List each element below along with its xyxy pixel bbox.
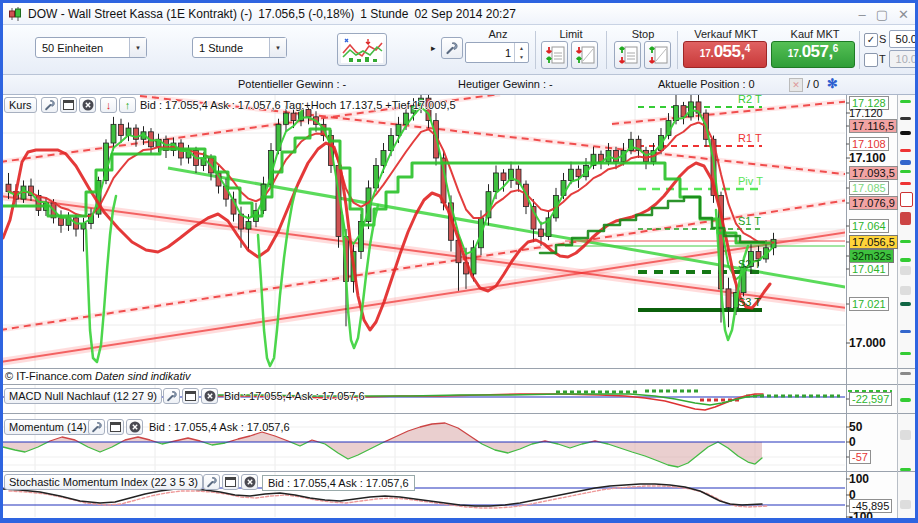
- maximize-button[interactable]: ▢: [876, 8, 888, 21]
- chevron-down-icon: ▼: [129, 38, 146, 57]
- wrench-icon: [44, 99, 56, 111]
- pivot-line-label: S3 T: [738, 296, 761, 308]
- pivot-line-label: S1 T: [738, 215, 761, 227]
- close-icon: [82, 99, 94, 111]
- overview-strip-mark: [900, 468, 911, 471]
- overview-strip-mark: [900, 212, 911, 225]
- stop-loss-value-stepper[interactable]: 50.0 ▲ ▼: [889, 30, 918, 48]
- momentum-detach-button[interactable]: [107, 419, 124, 435]
- window-icon: [63, 100, 74, 110]
- limit-buy-order-icon: [545, 45, 565, 65]
- price-pane-settings-button[interactable]: [41, 97, 58, 113]
- stoch-pane-title-chip[interactable]: Stochastic Momentum Index (22 3 5 3): [4, 474, 203, 490]
- stop-loss-checkbox[interactable]: ✓: [864, 33, 878, 47]
- overview-strip-mark: [900, 131, 911, 135]
- limit-sell-order-icon: [575, 45, 595, 65]
- buy-arrow-button[interactable]: ↑: [119, 97, 136, 113]
- minimize-button[interactable]: –: [859, 8, 866, 21]
- spin-up-icon[interactable]: ▲: [515, 43, 528, 53]
- macd-quote: Bid : 17.055,4 Ask : 17.057,6: [224, 390, 365, 402]
- overview-strip-mark: [900, 240, 911, 243]
- account-info-bar: Potentieller Gewinn : - Heutiger Gewinn …: [3, 75, 915, 95]
- window-title: DOW - Wall Street Kassa (1E Kontrakt) (-…: [28, 7, 252, 21]
- macd-detach-button[interactable]: [182, 388, 199, 404]
- window-border-bottom: [0, 518, 918, 523]
- macd-close-button[interactable]: [201, 388, 218, 404]
- wrench-icon: [445, 41, 459, 55]
- toolbar-separator: [677, 31, 678, 69]
- stop-sell-order-button[interactable]: [644, 41, 671, 69]
- units-dropdown[interactable]: 50 Einheiten ▼: [35, 37, 147, 58]
- price-axis-label: 17.000: [849, 336, 886, 350]
- overview-strip-mark: [900, 149, 911, 152]
- momentum-pane-title-chip[interactable]: Momentum (14): [4, 419, 92, 435]
- spinner-arrows[interactable]: ▲ ▼: [514, 43, 528, 62]
- timeframe-dropdown[interactable]: 1 Stunde ▼: [192, 37, 287, 58]
- price-pane-quote: Bid : 17.055,4 Ask : 17.057,6 Tag:+Hoch …: [140, 99, 456, 111]
- stoch-close-button[interactable]: [241, 474, 258, 490]
- momentum-settings-button[interactable]: [88, 419, 105, 435]
- mini-chart-icon: [341, 37, 383, 63]
- close-icon: [204, 390, 216, 402]
- chart-style-button[interactable]: [337, 33, 387, 66]
- stop-buy-order-button[interactable]: [614, 41, 641, 69]
- toolbar-separator: [535, 31, 536, 69]
- window-datetime: 02 Sep 2014 20:27: [414, 7, 515, 21]
- pivot-line-label: Piv T: [738, 175, 763, 187]
- take-profit-value-stepper: 10.0 ▲ ▼: [889, 50, 918, 68]
- settings-wrench-button[interactable]: [441, 37, 463, 59]
- toolbar: 50 Einheiten ▼ 1 Stunde ▼ ▸ A: [3, 25, 915, 75]
- quantity-stepper[interactable]: 1 ▲ ▼: [465, 42, 529, 63]
- momentum-close-button[interactable]: [126, 419, 143, 435]
- price-axis-label: 17.056,5: [849, 235, 898, 249]
- stoch-settings-button[interactable]: [203, 474, 220, 490]
- position-suffix: / 0: [807, 78, 819, 90]
- price-axis-label: 17.093,5: [849, 166, 898, 180]
- stop-sell-order-icon: [648, 45, 668, 65]
- copyright-note: © IT-Finance.com Daten sind indikativ: [5, 370, 190, 382]
- price-axis-label: 17.041: [849, 262, 889, 276]
- window-quote: 17.056,5 (-0,18%): [258, 7, 354, 21]
- spin-down-icon[interactable]: ▼: [515, 53, 528, 63]
- titlebar[interactable]: DOW - Wall Street Kassa (1E Kontrakt) (-…: [3, 3, 915, 25]
- buy-market-button[interactable]: 17.057,6: [771, 41, 855, 68]
- window-icon: [110, 422, 121, 432]
- take-profit-checkbox[interactable]: [864, 53, 878, 67]
- overview-strip-mark: [900, 430, 911, 440]
- chevron-down-icon: ▼: [269, 38, 286, 57]
- sell-arrow-button[interactable]: ↓: [100, 97, 117, 113]
- sell-market-button[interactable]: 17.055,4: [683, 41, 767, 68]
- overview-strip-mark: [900, 160, 911, 165]
- stoch-detach-button[interactable]: [222, 474, 239, 490]
- close-position-disabled-icon: ✕: [789, 78, 803, 92]
- price-pane-detach-button[interactable]: [60, 97, 77, 113]
- stop-loss-checkbox-label: S: [879, 33, 886, 45]
- position-settings-gear-icon[interactable]: ✻: [827, 76, 838, 91]
- limit-label: Limit: [551, 28, 591, 40]
- overview-strip-mark: [900, 302, 911, 306]
- overview-strip-mark: [900, 192, 913, 207]
- overview-strip-mark: [900, 182, 911, 185]
- wrench-icon: [206, 476, 218, 488]
- close-button[interactable]: ✕: [898, 8, 909, 21]
- macd-pane-title-chip[interactable]: MACD Null Nachlauf (12 27 9): [4, 388, 162, 404]
- price-axis-label: 17.064: [849, 219, 889, 233]
- pivot-line-label: R1 T: [738, 132, 762, 144]
- instrument-candle-icon: [8, 7, 22, 21]
- price-axis-label: 17.021: [849, 297, 889, 311]
- price-pane-close-button[interactable]: [79, 97, 96, 113]
- macd-settings-button[interactable]: [163, 388, 180, 404]
- price-axis-label: 32m32s: [849, 249, 894, 263]
- window-icon: [185, 391, 196, 401]
- window-border-top: [0, 0, 918, 3]
- panel-expand-arrow[interactable]: ▸: [431, 43, 436, 53]
- limit-sell-order-button[interactable]: [571, 41, 598, 69]
- limit-buy-order-button[interactable]: [541, 41, 568, 69]
- overview-strip-mark: [900, 117, 911, 120]
- arrow-down-icon: ↓: [106, 99, 112, 111]
- indicator-scale-label: -22,597: [849, 392, 892, 406]
- potential-gain-label: Potentieller Gewinn : -: [238, 78, 346, 90]
- overview-strip-mark: [900, 372, 911, 375]
- stoch-quote: Bid : 17.055,4 Ask : 17.057,6: [262, 475, 415, 491]
- price-pane-title-chip[interactable]: Kurs: [4, 97, 37, 113]
